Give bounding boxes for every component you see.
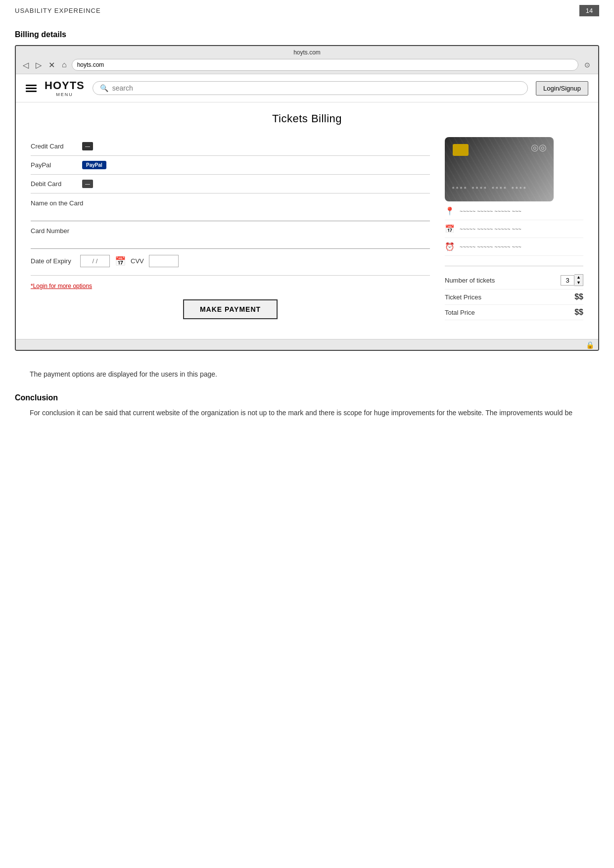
browser-back-button[interactable]: ◁	[21, 59, 31, 71]
date-icon: 📅	[445, 224, 455, 234]
ticket-count-input[interactable]	[561, 275, 574, 286]
ticket-spinner[interactable]: ▲ ▼	[561, 274, 583, 286]
name-on-card-label: Name on the Card	[31, 199, 430, 207]
site-logo: HOYTS MENU	[45, 79, 85, 97]
browser-refresh-button[interactable]: ⊙	[581, 60, 593, 70]
browser-url: hoyts.com	[293, 49, 321, 56]
ticket-price-row: Ticket Prices $$	[445, 289, 583, 305]
site-header: HOYTS MENU 🔍 Login/Signup	[16, 74, 598, 102]
credit-card-option[interactable]: Credit Card —	[31, 137, 430, 156]
menu-label: MENU	[45, 92, 85, 97]
browser-address-bar[interactable]	[72, 59, 578, 71]
billing-content: Tickets Billing Credit Card — PayPal Pay…	[16, 102, 598, 339]
tickets-count-label: Number of tickets	[445, 277, 495, 284]
spinner-down-button[interactable]: ▼	[574, 280, 583, 286]
browser-footer: 🔒	[16, 339, 598, 350]
browser-forward-button[interactable]: ▷	[34, 59, 44, 71]
billing-right: **** **** **** **** ◎◎ 📍 ~~~~~ ~~~~~ ~~~…	[445, 137, 583, 324]
spinner-buttons: ▲ ▼	[574, 274, 583, 286]
hamburger-menu-icon[interactable]	[26, 85, 37, 92]
caption-text: The payment options are displayed for th…	[0, 361, 614, 389]
debit-card-option[interactable]: Debit Card —	[31, 175, 430, 193]
paypal-label: PayPal	[31, 161, 75, 169]
browser-url-row: hoyts.com	[21, 49, 593, 56]
billing-body: Credit Card — PayPal PayPal Debit Card —…	[31, 137, 583, 324]
card-number-field: Card Number	[31, 227, 430, 249]
ticket-info-row-2: 📅 ~~~~~ ~~~~~ ~~~~~ ~~~	[445, 224, 583, 238]
card-number-display: **** **** **** ****	[452, 186, 527, 192]
expiry-input[interactable]	[80, 255, 110, 267]
ticket-info-row-1: 📍 ~~~~~ ~~~~~ ~~~~~ ~~~	[445, 206, 583, 220]
page-header: USABILITY EXPEREINCE 14	[0, 0, 614, 21]
debit-card-badge: —	[82, 180, 93, 188]
browser-mockup: hoyts.com ◁ ▷ ✕ ⌂ ⊙ HOYTS MENU 🔍 Login/S…	[15, 45, 599, 351]
make-payment-row: MAKE PAYMENT	[31, 299, 430, 324]
billing-left: Credit Card — PayPal PayPal Debit Card —…	[31, 137, 430, 324]
conclusion-text: For conclusion it can be said that curre…	[0, 407, 614, 429]
security-icon: 🔒	[586, 341, 594, 349]
cvv-label: CVV	[131, 257, 144, 265]
document-title: USABILITY EXPEREINCE	[15, 7, 101, 14]
expiry-cvv-row: Date of Expiry 📅 CVV	[31, 255, 430, 267]
name-on-card-field: Name on the Card	[31, 199, 430, 221]
ticket-info: 📍 ~~~~~ ~~~~~ ~~~~~ ~~~ 📅 ~~~~~ ~~~~~ ~~…	[445, 206, 583, 256]
billing-section-heading: Billing details	[0, 21, 614, 45]
total-price-value: $$	[574, 308, 583, 317]
ticket-info-text-1: ~~~~~ ~~~~~ ~~~~~ ~~~	[460, 208, 521, 214]
ticket-info-text-3: ~~~~~ ~~~~~ ~~~~~ ~~~	[460, 244, 521, 250]
tickets-count-row: Number of tickets ▲ ▼	[445, 271, 583, 289]
search-bar[interactable]: 🔍	[93, 81, 528, 95]
paypal-option[interactable]: PayPal PayPal	[31, 156, 430, 175]
logo-text: HOYTS	[45, 79, 85, 92]
ticket-info-text-2: ~~~~~ ~~~~~ ~~~~~ ~~~	[460, 226, 521, 232]
credit-card-badge: —	[82, 142, 93, 150]
card-number-input[interactable]	[31, 237, 430, 249]
expiry-label: Date of Expiry	[31, 257, 75, 265]
billing-title: Tickets Billing	[31, 112, 583, 125]
card-number-label: Card Number	[31, 227, 430, 235]
search-icon: 🔍	[100, 84, 108, 92]
spinner-up-button[interactable]: ▲	[574, 275, 583, 280]
browser-toolbar: hoyts.com ◁ ▷ ✕ ⌂ ⊙	[16, 46, 598, 74]
browser-home-button[interactable]: ⌂	[60, 59, 69, 70]
browser-nav-row: ◁ ▷ ✕ ⌂ ⊙	[21, 59, 593, 71]
browser-close-button[interactable]: ✕	[47, 59, 57, 71]
order-summary: Number of tickets ▲ ▼ Ticket Prices $$	[445, 266, 583, 320]
ticket-price-value: $$	[574, 292, 583, 301]
card-visual: **** **** **** **** ◎◎	[445, 137, 554, 201]
name-on-card-input[interactable]	[31, 209, 430, 221]
cvv-input[interactable]	[149, 255, 179, 267]
ticket-info-row-3: ⏰ ~~~~~ ~~~~~ ~~~~~ ~~~	[445, 242, 583, 256]
form-divider	[31, 275, 430, 276]
total-price-label: Total Price	[445, 309, 475, 316]
location-icon: 📍	[445, 206, 455, 216]
calendar-icon: 📅	[115, 256, 126, 267]
login-for-more-link[interactable]: *Login for more options	[31, 283, 430, 289]
page-number: 14	[579, 5, 599, 16]
card-logo: ◎◎	[531, 142, 547, 153]
paypal-badge: PayPal	[82, 161, 106, 169]
ticket-price-label: Ticket Prices	[445, 293, 481, 301]
conclusion-heading: Conclusion	[0, 389, 614, 407]
make-payment-button[interactable]: MAKE PAYMENT	[183, 299, 278, 319]
card-chip	[453, 144, 469, 156]
debit-card-label: Debit Card	[31, 180, 75, 188]
login-signup-button[interactable]: Login/Signup	[536, 81, 588, 96]
credit-card-label: Credit Card	[31, 143, 75, 150]
search-input[interactable]	[112, 84, 520, 92]
total-price-row: Total Price $$	[445, 305, 583, 320]
time-icon: ⏰	[445, 242, 455, 251]
